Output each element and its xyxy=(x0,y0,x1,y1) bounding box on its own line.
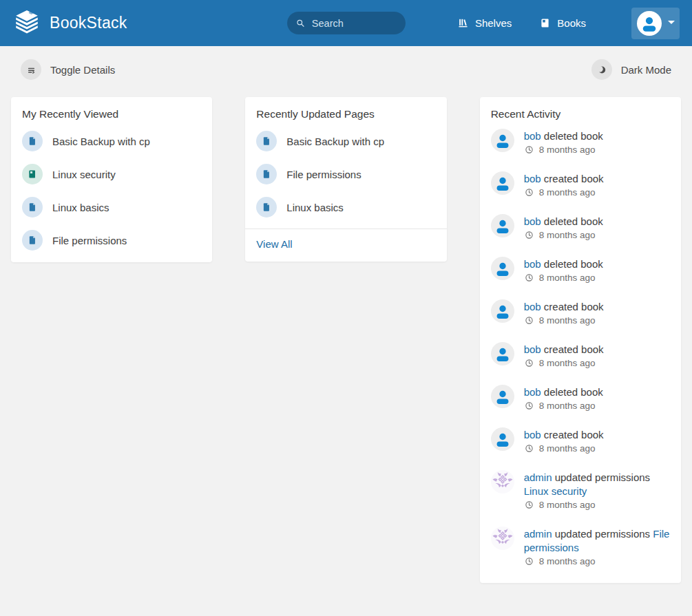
dashboard-toolbar: Toggle Details Dark Mode xyxy=(0,46,692,80)
person-icon xyxy=(493,387,512,406)
page-icon xyxy=(261,136,272,147)
activity-timestamp: 8 months ago xyxy=(524,145,603,155)
user-avatar xyxy=(491,527,514,550)
clock-icon xyxy=(524,315,534,326)
app-logo[interactable]: BookStack xyxy=(12,9,127,38)
search-input[interactable] xyxy=(311,17,397,30)
activity-user-link[interactable]: bob xyxy=(524,130,541,142)
activity-timestamp: 8 months ago xyxy=(524,443,604,454)
activity-body: bob deleted book 8 months ago xyxy=(524,214,603,240)
activity-item: bob created book 8 months ago xyxy=(480,171,681,198)
activity-user-link[interactable]: bob xyxy=(524,215,541,227)
activity-line: admin updated permissions File permissio… xyxy=(524,527,670,555)
activity-user-link[interactable]: admin xyxy=(524,528,552,540)
clock-icon xyxy=(524,443,534,454)
activity-body: bob created book 8 months ago xyxy=(524,342,604,368)
toggle-details-label: Toggle Details xyxy=(50,64,115,76)
person-icon xyxy=(493,344,512,363)
activity-body: bob created book 8 months ago xyxy=(524,427,604,454)
activity-item: bob deleted book 8 months ago xyxy=(480,257,681,283)
search-box[interactable] xyxy=(287,12,406,34)
person-icon xyxy=(493,216,512,235)
activity-action-text: updated permissions xyxy=(555,471,650,483)
view-all-link[interactable]: View All xyxy=(256,238,292,250)
activity-line: bob deleted book xyxy=(524,257,603,271)
activity-line: admin updated permissions Linux security xyxy=(524,471,670,498)
search-icon xyxy=(295,17,305,29)
app-title: BookStack xyxy=(50,14,127,32)
activity-item: bob deleted book 8 months ago xyxy=(480,129,681,155)
entity-list-item[interactable]: Linux security xyxy=(11,158,212,191)
activity-action-text: deleted book xyxy=(544,386,603,398)
nav-shelves[interactable]: Shelves xyxy=(457,17,512,29)
activity-timestamp: 8 months ago xyxy=(524,556,670,566)
entity-list-item[interactable]: File permissions xyxy=(11,224,212,257)
entity-type-icon xyxy=(22,197,43,217)
nav-books[interactable]: Books xyxy=(539,17,586,29)
activity-body: admin updated permissions Linux security… xyxy=(524,470,670,510)
person-icon xyxy=(493,301,512,321)
activity-action-text: created book xyxy=(544,173,604,184)
activity-user-link[interactable]: bob xyxy=(524,343,541,355)
dark-mode-button[interactable]: Dark Mode xyxy=(591,59,671,80)
recent-activity-title: Recent Activity xyxy=(480,101,681,129)
person-icon xyxy=(639,13,660,34)
page-icon xyxy=(261,169,272,180)
activity-line: bob created book xyxy=(524,172,604,186)
recently-viewed-card: My Recently Viewed Basic Backu xyxy=(11,97,212,262)
entity-label: Basic Backup with cp xyxy=(286,136,384,147)
activity-timestamp: 8 months ago xyxy=(524,500,670,510)
activity-body: bob deleted book 8 months ago xyxy=(524,129,603,155)
user-menu-button[interactable] xyxy=(631,8,680,39)
entity-list-item[interactable]: Basic Backup with cp xyxy=(245,125,446,158)
activity-target-link[interactable]: Linux security xyxy=(524,485,587,497)
activity-user-link[interactable]: bob xyxy=(524,386,541,398)
header-nav: Shelves Books xyxy=(457,8,680,39)
activity-body: bob deleted book 8 months ago xyxy=(524,385,603,411)
dark-mode-icon xyxy=(591,59,612,80)
entity-list-item[interactable]: Linux basics xyxy=(245,191,446,224)
clock-icon xyxy=(524,273,534,283)
entity-label: Linux security xyxy=(52,169,116,180)
clock-icon xyxy=(524,145,534,155)
activity-line: bob created book xyxy=(524,343,604,357)
entity-type-icon xyxy=(22,230,43,251)
activity-body: bob created book 8 months ago xyxy=(524,299,604,326)
user-avatar xyxy=(491,257,514,280)
page-icon xyxy=(27,235,38,246)
activity-timestamp: 8 months ago xyxy=(524,401,603,411)
activity-item: bob deleted book 8 months ago xyxy=(480,385,681,411)
person-icon xyxy=(493,131,512,150)
user-avatar xyxy=(491,427,514,451)
activity-user-link[interactable]: admin xyxy=(524,471,552,483)
activity-user-link[interactable]: bob xyxy=(524,301,541,312)
activity-time-text: 8 months ago xyxy=(539,273,596,283)
entity-list-item[interactable]: Linux basics xyxy=(11,191,212,224)
toggle-details-button[interactable]: Toggle Details xyxy=(21,59,115,80)
entity-label: Linux basics xyxy=(52,202,109,213)
activity-body: bob deleted book 8 months ago xyxy=(524,257,603,283)
activity-time-text: 8 months ago xyxy=(539,187,596,198)
user-avatar xyxy=(491,342,514,365)
entity-list-item[interactable]: File permissions xyxy=(245,158,446,191)
entity-label: File permissions xyxy=(52,235,127,246)
activity-user-link[interactable]: bob xyxy=(524,429,541,440)
clock-icon xyxy=(524,556,534,566)
entity-list-item[interactable]: Basic Backup with cp xyxy=(11,125,212,158)
entity-label: File permissions xyxy=(286,169,361,180)
entity-label: Linux basics xyxy=(286,202,344,213)
user-avatar xyxy=(491,299,514,323)
entity-type-icon xyxy=(22,164,43,184)
activity-user-link[interactable]: bob xyxy=(524,173,541,184)
recently-viewed-list: Basic Backup with cp Linux secu xyxy=(11,125,212,257)
person-icon xyxy=(493,173,512,193)
activity-user-link[interactable]: bob xyxy=(524,258,541,270)
activity-line: bob deleted book xyxy=(524,385,603,399)
entity-type-icon xyxy=(256,164,277,184)
clock-icon xyxy=(524,500,534,510)
page-icon xyxy=(261,202,272,213)
activity-time-text: 8 months ago xyxy=(539,315,596,326)
book-icon xyxy=(27,169,38,180)
activity-action-text: created book xyxy=(544,343,604,355)
page-icon xyxy=(27,202,38,213)
